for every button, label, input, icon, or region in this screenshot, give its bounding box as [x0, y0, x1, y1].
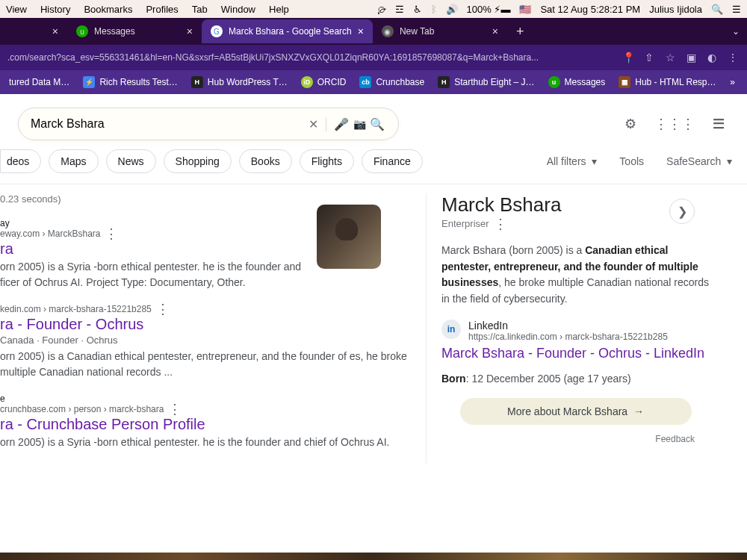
accessibility-icon[interactable]: ♿︎ — [413, 4, 422, 15]
bookmark-orcid[interactable]: iDORCID — [297, 73, 351, 91]
url-text[interactable]: .com/search?sca_esv=556331461&hl=en-NG&s… — [7, 52, 614, 63]
kp-title: Marck Bshara — [441, 193, 561, 217]
h-icon: H — [191, 76, 203, 88]
bookmark-hub-wordpress[interactable]: HHub WordPress T… — [187, 73, 292, 91]
result-menu-icon[interactable]: ⋮ — [168, 405, 182, 413]
settings-icon[interactable]: ⚙ — [624, 116, 636, 132]
result-site: e — [0, 393, 418, 404]
chip-books[interactable]: Books — [239, 149, 292, 173]
user-name[interactable]: Julius Ijidola — [649, 4, 702, 15]
page-content: ✕ 🎤 📷 🔍 ⚙ ⋮⋮⋮ ☰ deos Maps News Shopping … — [0, 94, 747, 560]
result-desc: orn 2005) is a Syria -born ethical pente… — [0, 435, 418, 450]
result-menu-icon[interactable]: ⋮ — [156, 305, 170, 313]
menu-tab[interactable]: Tab — [192, 4, 208, 15]
datetime[interactable]: Sat 12 Aug 5:28:21 PM — [540, 4, 640, 15]
close-icon[interactable]: × — [52, 25, 58, 37]
bookmark-starthub[interactable]: HStarthub Eight – J… — [433, 73, 539, 91]
chip-maps[interactable]: Maps — [49, 149, 98, 173]
volume-icon[interactable]: 🔊 — [446, 4, 458, 15]
kp-menu-icon[interactable]: ⋮ — [494, 220, 507, 228]
menu-profiles[interactable]: Profiles — [146, 4, 178, 15]
profile-icon[interactable]: ◐ — [705, 52, 719, 63]
menu-view[interactable]: View — [6, 4, 27, 15]
result-stats: 0.23 seconds) — [0, 193, 418, 205]
result-breadcrumb: kedin.com › marck-bshara-15221b285⋮ — [0, 304, 418, 314]
upwork-icon: u — [548, 76, 560, 88]
safesearch-button[interactable]: SafeSearch ▾ — [666, 155, 732, 167]
control-center-icon[interactable]: ⌮ — [376, 4, 386, 15]
tab-label: New Tab — [400, 26, 434, 37]
result-menu-icon[interactable]: ⋮ — [105, 230, 118, 237]
tab-google-search[interactable]: G Marck Bshara - Google Search × — [202, 19, 373, 43]
chip-news[interactable]: News — [106, 149, 156, 173]
result-breadcrumb: crunchbase.com › person › marck-bshara⋮ — [0, 404, 418, 414]
wifi-icon[interactable]: ☲ — [395, 4, 404, 15]
bookmark-hub-html[interactable]: ▦Hub - HTML Resp… — [614, 73, 720, 91]
bookmark-messages[interactable]: uMessages — [544, 73, 610, 91]
kebab-menu-icon[interactable]: ⋮ — [726, 52, 740, 63]
bookmark-structured-data[interactable]: tured Data M… — [4, 74, 74, 90]
close-icon[interactable]: × — [492, 25, 498, 37]
kp-born: Born: 12 December 2005 (age 17 years) — [441, 373, 710, 385]
h-icon: H — [438, 76, 450, 88]
clear-icon[interactable]: ✕ — [309, 117, 326, 131]
chrome-icon: ◉ — [382, 25, 394, 37]
hub-icon: ▦ — [619, 76, 630, 88]
account-icon[interactable]: ☰ — [713, 116, 725, 132]
search-input[interactable] — [31, 117, 309, 131]
linkedin-icon: in — [441, 320, 461, 339]
extension-icon[interactable]: ▣ — [684, 52, 698, 63]
bookmarks-overflow-icon[interactable]: » — [730, 77, 735, 87]
control-list-icon[interactable]: ☰ — [732, 4, 741, 15]
tab-0[interactable]: × — [37, 19, 67, 43]
kp-description: Marck Bshara (born 2005) is a Canadian e… — [441, 243, 710, 308]
kp-linkedin-link[interactable]: Marck Bshara - Founder - Ochrus - Linked… — [441, 345, 710, 362]
tools-button[interactable]: Tools — [619, 155, 644, 167]
menu-history[interactable]: History — [40, 4, 70, 15]
apps-grid-icon[interactable]: ⋮⋮⋮ — [654, 116, 695, 132]
bluetooth-icon[interactable]: ᛒ — [431, 4, 437, 15]
kp-source-url: https://ca.linkedin.com › marck-bshara-1… — [468, 332, 668, 342]
result-thumbnail[interactable] — [317, 205, 381, 269]
search-box[interactable]: ✕ 🎤 📷 🔍 — [18, 108, 399, 140]
chip-finance[interactable]: Finance — [362, 149, 423, 173]
menu-help[interactable]: Help — [269, 4, 289, 15]
star-icon[interactable]: ☆ — [663, 52, 677, 63]
menu-window[interactable]: Window — [221, 4, 255, 15]
chip-videos[interactable]: deos — [0, 149, 41, 173]
kp-subtitle: Enterpriser — [441, 218, 489, 229]
close-icon[interactable]: × — [358, 25, 364, 37]
kp-more-button[interactable]: More about Marck Bshara → — [460, 398, 692, 425]
result-title[interactable]: ra - Crunchbase Person Profile — [0, 416, 418, 433]
bookmark-crunchbase[interactable]: cbCrunchbase — [355, 73, 429, 91]
input-flag-icon[interactable]: 🇺🇸 — [519, 4, 531, 15]
menu-bookmarks[interactable]: Bookmarks — [84, 4, 132, 15]
lens-icon[interactable]: 📷 — [350, 118, 368, 130]
battery-status[interactable]: 100% ⚡︎▬ — [467, 4, 511, 15]
knowledge-panel: Marck Bshara Enterpriser⋮ ❯ Marck Bshara… — [426, 193, 710, 464]
tab-new-tab[interactable]: ◉ New Tab × — [373, 19, 507, 43]
all-filters-button[interactable]: All filters ▾ — [547, 155, 598, 167]
result-title[interactable]: ra - Founder - Ochrus — [0, 316, 418, 333]
spotlight-icon[interactable]: 🔍 — [711, 4, 723, 15]
bookmark-rich-results[interactable]: ⚡Rich Results Test… — [78, 73, 182, 91]
google-icon: ⚡ — [83, 76, 95, 88]
chip-flights[interactable]: Flights — [300, 149, 354, 173]
location-icon[interactable]: 📍 — [622, 52, 635, 63]
tab-messages[interactable]: u Messages × — [67, 19, 202, 43]
chip-shopping[interactable]: Shopping — [164, 149, 232, 173]
close-icon[interactable]: × — [187, 25, 193, 37]
kp-feedback-link[interactable]: Feedback — [441, 434, 695, 444]
tab-label: Marck Bshara - Google Search — [229, 26, 352, 37]
tabs-dropdown-icon[interactable]: ⌄ — [732, 26, 740, 37]
browser-tabstrip: × u Messages × G Marck Bshara - Google S… — [0, 18, 747, 45]
search-icon[interactable]: 🔍 — [368, 117, 386, 131]
share-icon[interactable]: ⇧ — [642, 52, 656, 63]
kp-next-arrow-icon[interactable]: ❯ — [669, 199, 695, 224]
google-icon: G — [211, 25, 223, 37]
result-1: kedin.com › marck-bshara-15221b285⋮ ra -… — [0, 304, 418, 380]
new-tab-button[interactable]: + — [507, 24, 533, 40]
macos-menubar: View History Bookmarks Profiles Tab Wind… — [0, 0, 747, 18]
mic-icon[interactable]: 🎤 — [332, 117, 350, 131]
address-bar: .com/search?sca_esv=556331461&hl=en-NG&s… — [0, 45, 747, 70]
